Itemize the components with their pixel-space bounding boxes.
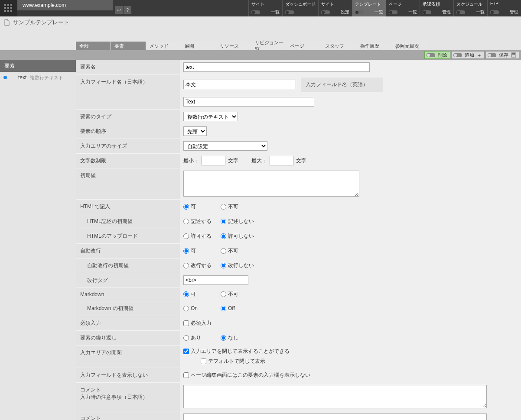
sidebar-header: 要素 — [0, 60, 76, 72]
tab-5[interactable]: リビジョン一覧 — [251, 42, 286, 50]
top-menu-3[interactable]: テンプレート一覧 — [352, 0, 386, 16]
top-menu-5[interactable]: 承認依頼管理 — [420, 0, 453, 16]
save-button[interactable]: 保存 — [485, 51, 519, 59]
top-menu-6[interactable]: スケジュール一覧 — [453, 0, 487, 16]
action-ribbon: 削除 追加＋ 保存 — [0, 50, 521, 60]
sidebar: 要素 text 複数行テキスト — [0, 60, 76, 420]
checkbox-collapse-enable[interactable] — [183, 349, 189, 354]
input-field-name-ja[interactable] — [183, 80, 296, 89]
top-menu-2[interactable]: サイト設定 — [318, 0, 352, 16]
label-markdown: Markdown — [76, 288, 180, 301]
label-field-name-en: 入力フィールド名（英語） — [301, 77, 383, 92]
add-button[interactable]: 追加＋ — [451, 51, 485, 59]
radio-html-upload-yes[interactable] — [183, 233, 189, 239]
radio-html-write-no[interactable] — [221, 204, 226, 210]
label-wrap-tag: 改行タグ — [76, 273, 180, 288]
radio-html-initial-no[interactable] — [221, 219, 226, 224]
input-element-name[interactable] — [183, 62, 370, 72]
svg-rect-0 — [4, 4, 6, 6]
label-repeat: 要素の繰り返し — [76, 330, 180, 345]
radio-auto-wrap-no[interactable] — [221, 248, 226, 254]
breadcrumb: サンプルテンプレート — [0, 16, 521, 29]
label-element-name: 要素名 — [76, 60, 180, 74]
label-collapse: 入力エリアの開閉 — [76, 345, 180, 368]
top-menu-7[interactable]: FTP管理 — [487, 0, 521, 16]
page-title: サンプルテンプレート — [13, 19, 69, 26]
top-menu-0[interactable]: サイト一覧 — [248, 0, 282, 16]
tab-2[interactable]: メソッド — [146, 42, 181, 50]
select-input-area-size[interactable]: 自動設定 — [183, 141, 267, 151]
label-auto-wrap-initial: 自動改行の初期値 — [76, 258, 180, 273]
checkbox-collapse-default[interactable] — [201, 359, 206, 364]
radio-markdown-yes[interactable] — [183, 291, 189, 297]
tab-4[interactable]: リソース — [216, 42, 251, 50]
tab-7[interactable]: スタッフ — [322, 42, 356, 50]
help-icon[interactable]: ? — [124, 6, 131, 14]
svg-rect-3 — [4, 7, 6, 9]
sidebar-item-type: 複数行テキスト — [30, 74, 63, 81]
tab-1[interactable]: 要素 — [111, 42, 146, 50]
tab-6[interactable]: ページ — [287, 42, 321, 50]
radio-repeat-no[interactable] — [221, 335, 226, 341]
textarea-comment-ja[interactable] — [183, 385, 487, 408]
textarea-initial-value[interactable] — [183, 171, 359, 197]
tab-0[interactable]: 全般 — [76, 42, 111, 50]
select-element-order[interactable]: 先頭 — [183, 126, 207, 136]
input-field-name-en[interactable] — [183, 97, 314, 107]
label-comment-en: コメント 入力時の注意事項（英語） — [76, 411, 180, 420]
label-element-type: 要素のタイプ — [76, 109, 180, 124]
select-element-type[interactable]: 複数行のテキスト — [183, 112, 238, 121]
label-element-order: 要素の順序 — [76, 124, 180, 139]
radio-markdown-no[interactable] — [221, 291, 226, 297]
radio-html-write-yes[interactable] — [183, 204, 189, 210]
sidebar-item-name: text — [18, 74, 26, 81]
label-auto-wrap: 自動改行 — [76, 243, 180, 258]
tab-3[interactable]: 展開 — [181, 42, 216, 50]
delete-button[interactable]: 削除 — [424, 51, 450, 59]
label-markdown-initial: Markdown の初期値 — [76, 301, 180, 316]
radio-auto-wrap-initial-no[interactable] — [221, 263, 226, 268]
svg-rect-2 — [10, 4, 12, 6]
label-html-write: HTMLで記入 — [76, 199, 180, 214]
radio-auto-wrap-initial-yes[interactable] — [183, 263, 189, 268]
input-wrap-tag[interactable] — [183, 275, 248, 285]
char-limit-min-label: 最小： — [183, 157, 199, 165]
radio-markdown-initial-on[interactable] — [183, 306, 189, 311]
checkbox-hide-field[interactable] — [183, 372, 189, 378]
input-char-limit-min[interactable] — [202, 156, 225, 165]
label-field-name-ja: 入力フィールド名（日本語） — [76, 74, 180, 109]
radio-repeat-yes[interactable] — [183, 335, 189, 341]
sidebar-item-text[interactable]: text 複数行テキスト — [0, 72, 76, 83]
char-limit-unit2: 文字 — [296, 157, 306, 165]
save-icon — [511, 52, 516, 58]
radio-markdown-initial-off[interactable] — [221, 306, 226, 311]
label-html-upload: HTMLのアップロード — [76, 229, 180, 243]
tab-8[interactable]: 操作履歴 — [357, 42, 391, 50]
status-dot-icon — [3, 76, 7, 79]
back-icon[interactable]: ↩ — [115, 6, 123, 14]
label-required: 必須入力 — [76, 316, 180, 330]
top-menu: サイト一覧ダッシュボードサイト設定テンプレート一覧ページ一覧承認依頼管理スケジュ… — [248, 0, 521, 16]
label-char-limit: 文字数制限 — [76, 153, 180, 168]
logo[interactable] — [0, 0, 17, 16]
svg-rect-5 — [10, 7, 12, 9]
label-hide-field: 入力フィールドを表示しない — [76, 368, 180, 382]
tab-9[interactable]: 参照元目次 — [392, 42, 427, 50]
svg-rect-1 — [7, 4, 9, 6]
label-html-initial: HTML記述の初期値 — [76, 214, 180, 229]
top-menu-4[interactable]: ページ一覧 — [386, 0, 420, 16]
char-limit-unit1: 文字 — [228, 157, 238, 165]
top-menu-1[interactable]: ダッシュボード — [282, 0, 318, 16]
radio-auto-wrap-yes[interactable] — [183, 248, 189, 254]
checkbox-required[interactable] — [183, 320, 189, 326]
textarea-comment-en[interactable] — [183, 414, 487, 420]
document-icon — [3, 19, 10, 26]
svg-rect-10 — [512, 53, 515, 55]
input-char-limit-max[interactable] — [270, 156, 293, 165]
label-comment-ja: コメント 入力時の注意事項（日本語） — [76, 382, 180, 411]
svg-rect-4 — [7, 7, 9, 9]
radio-html-upload-no[interactable] — [221, 233, 226, 239]
radio-html-initial-yes[interactable] — [183, 219, 189, 224]
char-limit-max-label: 最大： — [251, 157, 267, 165]
form: 要素名 入力フィールド名（日本語） 入力フィールド名（英語） 要素のタイプ 複数… — [76, 60, 521, 420]
